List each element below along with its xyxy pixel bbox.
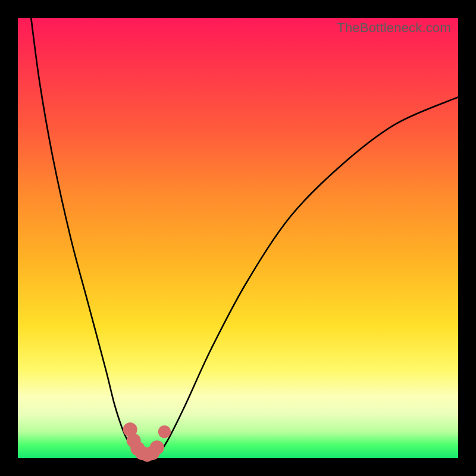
valley-marker xyxy=(158,425,171,438)
left-branch-path xyxy=(31,18,137,454)
plot-area: TheBottleneck.com xyxy=(18,18,458,458)
valley-markers xyxy=(123,422,171,462)
curve-svg xyxy=(18,18,458,458)
chart-frame: TheBottleneck.com xyxy=(0,0,476,476)
valley-marker xyxy=(150,440,164,455)
right-branch-path xyxy=(159,97,458,453)
